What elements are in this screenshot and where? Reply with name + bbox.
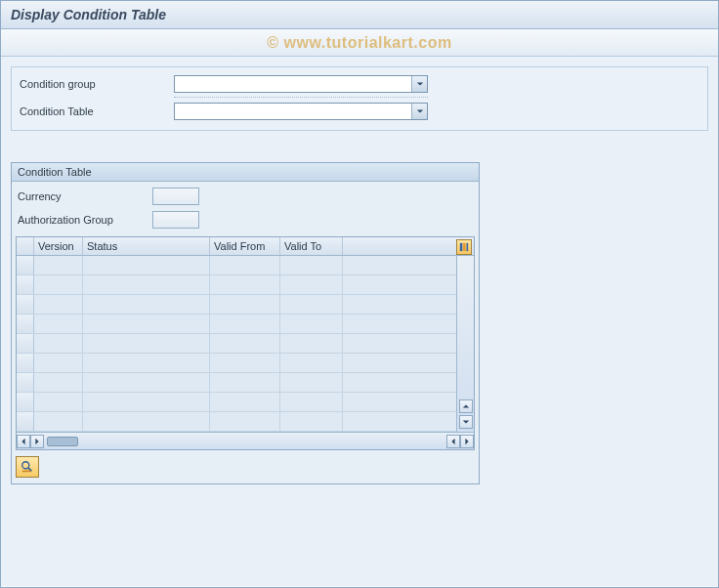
row-selector[interactable]: [17, 354, 34, 372]
toolbar-strip: © www.tutorialkart.com: [1, 29, 718, 57]
table-row[interactable]: [17, 393, 456, 412]
chevron-down-icon[interactable]: [411, 104, 427, 119]
row-selector[interactable]: [17, 256, 34, 274]
condition-table-input[interactable]: [175, 104, 411, 119]
page-title: Display Condition Table: [11, 7, 708, 22]
cell-status[interactable]: [83, 412, 210, 431]
col-header-valid-from[interactable]: Valid From: [210, 237, 280, 255]
cell-valid-to[interactable]: [280, 334, 343, 353]
details-button[interactable]: [16, 456, 39, 478]
horizontal-scrollbar[interactable]: [17, 432, 474, 449]
panel-header: Condition Table: [12, 163, 479, 182]
cell-valid-to[interactable]: [280, 315, 343, 333]
table-row[interactable]: [17, 256, 456, 275]
auth-group-field[interactable]: [152, 211, 199, 229]
cell-status[interactable]: [83, 256, 210, 274]
grid-header-spacer: [343, 237, 474, 255]
cell-status[interactable]: [83, 354, 210, 372]
cell-status[interactable]: [83, 295, 210, 314]
col-header-version[interactable]: Version: [34, 237, 83, 255]
cell-valid-from[interactable]: [210, 393, 280, 411]
currency-field[interactable]: [152, 188, 199, 205]
configure-columns-button[interactable]: [456, 239, 472, 255]
cell-version[interactable]: [34, 275, 83, 294]
condition-table-combo[interactable]: [174, 103, 428, 120]
cell-valid-from[interactable]: [210, 354, 280, 372]
divider: [174, 97, 428, 98]
cell-status[interactable]: [83, 315, 210, 333]
scroll-left-button-2[interactable]: [446, 435, 460, 448]
table-row[interactable]: [17, 373, 456, 393]
condition-table-panel: Condition Table Currency Authorization G…: [11, 162, 480, 484]
cell-spacer: [343, 275, 456, 294]
scroll-down-button[interactable]: [459, 415, 473, 429]
cell-valid-from[interactable]: [210, 256, 280, 274]
cell-spacer: [343, 354, 456, 372]
cell-version[interactable]: [34, 334, 83, 353]
cell-valid-from[interactable]: [210, 373, 280, 392]
table-row[interactable]: [17, 334, 456, 354]
table-row[interactable]: [17, 275, 456, 295]
row-selector[interactable]: [17, 393, 34, 411]
svg-rect-2: [467, 243, 469, 251]
cell-valid-from[interactable]: [210, 315, 280, 333]
cell-version[interactable]: [34, 412, 83, 431]
condition-group-label: Condition group: [18, 78, 174, 90]
panel-body: Currency Authorization Group Version Sta…: [12, 182, 479, 483]
cell-version[interactable]: [34, 295, 83, 314]
row-selector[interactable]: [17, 315, 34, 333]
row-selector[interactable]: [17, 334, 34, 353]
cell-valid-to[interactable]: [280, 354, 343, 372]
svg-rect-5: [22, 471, 31, 473]
condition-table-label: Condition Table: [18, 105, 174, 117]
cell-valid-to[interactable]: [280, 275, 343, 294]
chevron-down-icon[interactable]: [411, 76, 427, 92]
currency-label: Currency: [16, 190, 152, 202]
grid: Version Status Valid From Valid To: [16, 236, 475, 450]
cell-version[interactable]: [34, 315, 83, 333]
row-selector[interactable]: [17, 373, 34, 392]
cell-version[interactable]: [34, 373, 83, 392]
cell-valid-to[interactable]: [280, 412, 343, 431]
cell-version[interactable]: [34, 393, 83, 411]
cell-valid-from[interactable]: [210, 334, 280, 353]
col-header-valid-to[interactable]: Valid To: [280, 237, 343, 255]
cell-valid-to[interactable]: [280, 373, 343, 392]
cell-status[interactable]: [83, 334, 210, 353]
vertical-scrollbar[interactable]: [456, 256, 474, 432]
row-selector[interactable]: [17, 295, 34, 314]
cell-spacer: [343, 295, 456, 314]
svg-point-3: [22, 462, 29, 469]
content-area: Condition group Condition Table Conditio…: [1, 57, 718, 586]
title-bar: Display Condition Table: [1, 1, 718, 29]
scroll-right-button[interactable]: [30, 435, 44, 448]
scroll-left-button[interactable]: [17, 435, 30, 448]
svg-rect-0: [460, 243, 463, 251]
cell-valid-from[interactable]: [210, 295, 280, 314]
cell-version[interactable]: [34, 256, 83, 274]
cell-status[interactable]: [83, 393, 210, 411]
table-row[interactable]: [17, 315, 456, 334]
cell-spacer: [343, 334, 456, 353]
table-row[interactable]: [17, 354, 456, 373]
table-row[interactable]: [17, 295, 456, 315]
condition-group-combo[interactable]: [174, 75, 428, 93]
cell-valid-from[interactable]: [210, 412, 280, 431]
row-selector-header: [17, 237, 34, 255]
scroll-up-button[interactable]: [459, 399, 473, 413]
cell-version[interactable]: [34, 354, 83, 372]
row-selector[interactable]: [17, 412, 34, 431]
cell-valid-from[interactable]: [210, 275, 280, 294]
row-selector[interactable]: [17, 275, 34, 294]
condition-table-row: Condition Table: [18, 101, 701, 122]
cell-valid-to[interactable]: [280, 256, 343, 274]
cell-status[interactable]: [83, 275, 210, 294]
scroll-right-button-2[interactable]: [460, 435, 474, 448]
scroll-thumb[interactable]: [47, 437, 78, 446]
condition-group-input[interactable]: [175, 76, 411, 92]
table-row[interactable]: [17, 412, 456, 432]
cell-status[interactable]: [83, 373, 210, 392]
col-header-status[interactable]: Status: [83, 237, 210, 255]
cell-valid-to[interactable]: [280, 393, 343, 411]
cell-valid-to[interactable]: [280, 295, 343, 314]
